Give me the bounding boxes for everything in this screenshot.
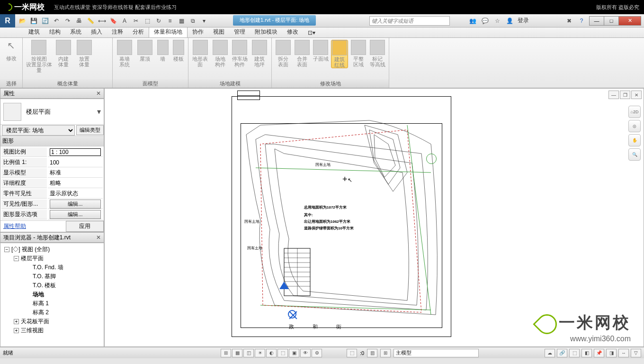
dim-icon[interactable]: ⟷ [97, 16, 107, 26]
properties-help-link[interactable]: 属性帮助 [0, 221, 66, 232]
tree-floorplans[interactable]: −楼层平面 [0, 254, 104, 263]
minimize-view-icon[interactable]: — [608, 91, 619, 99]
select-count-icon[interactable]: ⬚ [347, 349, 357, 357]
login-link[interactable]: 登录 [518, 17, 529, 25]
curtain-system-button[interactable]: 幕墙系统 [116, 40, 134, 67]
tab-modify[interactable]: 修改 [282, 27, 303, 37]
tree-root[interactable]: −[◇] 视图 (全部) [0, 245, 104, 254]
nav-pan-icon[interactable]: ✋ [628, 134, 641, 146]
close-button[interactable]: ✕ [618, 16, 641, 26]
main-model-combo[interactable] [394, 349, 479, 357]
prop-row-detail[interactable]: 详细程度粗略 [1, 179, 103, 188]
wall-button[interactable]: 墙 [156, 40, 170, 62]
vg-edit-button[interactable]: 编辑... [50, 200, 101, 209]
survey-point-icon[interactable] [279, 282, 289, 289]
exchange-icon[interactable]: ✖ [565, 17, 573, 25]
subscription-icon[interactable]: 👥 [468, 17, 477, 25]
tab-analyze[interactable]: 分析 [128, 27, 149, 37]
detail-button[interactable]: ▦ [232, 349, 242, 357]
tab-addins[interactable]: 附加模块 [250, 27, 282, 37]
tree-item[interactable]: T.O. 楼板 [0, 281, 104, 290]
nav-home-icon[interactable]: ⌂2D [628, 106, 641, 118]
undo-icon[interactable]: ↶ [51, 16, 62, 26]
shadow-button[interactable]: ◐ [266, 349, 277, 357]
prop-row-gdo[interactable]: 图形显示选项编辑... [1, 210, 103, 219]
text-icon[interactable]: A [119, 16, 130, 26]
minimize-button[interactable]: — [589, 16, 604, 26]
split-surface-button[interactable]: 拆分表面 [275, 40, 292, 67]
type-selector[interactable]: 楼层平面 ▾ [0, 99, 104, 125]
save-icon[interactable]: 💾 [28, 16, 39, 26]
tab-systems[interactable]: 系统 [65, 27, 86, 37]
select-underlay-icon[interactable]: ◧ [581, 349, 592, 357]
tag-icon[interactable]: 🔖 [108, 16, 118, 26]
tab-view[interactable]: 视图 [208, 27, 229, 37]
edit-type-button[interactable]: 编辑类型 [76, 125, 104, 135]
gdo-edit-button[interactable]: 编辑... [50, 210, 101, 219]
drawing-canvas[interactable]: — ❐ ✕ ⌂2D ◎ ✋ 🔍 [104, 88, 644, 347]
prop-row-scaleval[interactable]: 比例值 1:100 [1, 158, 103, 167]
nav-zoom-icon[interactable]: 🔍 [628, 148, 641, 161]
user-icon[interactable]: 👤 [505, 17, 514, 25]
chevron-down-icon[interactable]: ▾ [97, 107, 101, 116]
filter-status-icon[interactable]: ▽ [631, 349, 641, 357]
view-scale-input[interactable] [50, 148, 101, 156]
tab-structure[interactable]: 结构 [45, 27, 65, 37]
view3d-icon[interactable]: ⬚ [142, 16, 152, 26]
prop-group-graphics[interactable]: 图形 [0, 136, 104, 146]
cloud-icon[interactable]: ☁ [545, 349, 555, 357]
label-contours-button[interactable]: 标记等高线 [369, 40, 386, 67]
redo-icon[interactable]: ↷ [63, 16, 73, 26]
reveal-button[interactable]: ⚙ [312, 349, 322, 357]
tree-3d[interactable]: +三维视图 [0, 326, 104, 335]
scale-button[interactable]: ⊞ [221, 349, 231, 357]
tab-annotate[interactable]: 注释 [107, 27, 128, 37]
prop-row-vg[interactable]: 可见性/图形...编辑... [1, 200, 103, 209]
tab-massing-site[interactable]: 体量和场地 [149, 26, 188, 37]
hide-button[interactable]: 👁 [300, 349, 311, 357]
roof-button[interactable]: 屋顶 [136, 40, 154, 62]
favorite-icon[interactable]: ☆ [493, 17, 501, 25]
maximize-button[interactable]: □ [604, 16, 619, 26]
prop-row-scale[interactable]: 视图比例 [1, 147, 103, 157]
building-pad-button[interactable]: 建筑地坪 [250, 40, 268, 67]
select-pinned-icon[interactable]: 📌 [594, 349, 604, 357]
print-icon[interactable]: 🖶 [74, 16, 84, 26]
close-view-icon[interactable]: ✕ [631, 91, 642, 99]
link-icon[interactable]: 🔗 [557, 349, 567, 357]
section-icon[interactable]: ✂ [131, 16, 141, 26]
tree-ceiling[interactable]: +天花板平面 [0, 317, 104, 326]
close-icon[interactable]: ✕ [96, 90, 101, 97]
tree-item-active[interactable]: 场地 [0, 290, 104, 299]
instance-combo[interactable]: 楼层平面: 场地 [2, 125, 75, 136]
select-links-icon[interactable]: ⬚ [569, 349, 580, 357]
tab-architecture[interactable]: 建筑 [24, 27, 45, 37]
sync2-icon[interactable]: ↻ [153, 16, 164, 26]
switch-windows-icon[interactable]: ⧉ [188, 16, 198, 26]
open-icon[interactable]: 📂 [17, 16, 27, 26]
merge-surface-button[interactable]: 合并表面 [294, 40, 311, 67]
property-line-button[interactable]: 建筑红线 [331, 40, 348, 68]
tab-collaborate[interactable]: 协作 [188, 27, 208, 37]
tree-item[interactable]: 标高 2 [0, 308, 104, 317]
graded-region-button[interactable]: 平整区域 [350, 40, 367, 67]
close-views-icon[interactable]: ▦ [176, 16, 187, 26]
prop-row-parts[interactable]: 零件可见性显示原状态 [1, 189, 103, 199]
tree-item[interactable]: T.O. Fnd. 墙 [0, 263, 104, 272]
project-base-point-icon[interactable] [288, 310, 296, 318]
app-menu-button[interactable]: R [0, 14, 15, 27]
tree-item[interactable]: 标高 1 [0, 299, 104, 308]
inplace-mass-button[interactable]: 内建体量 [54, 40, 73, 67]
tab-overflow-icon[interactable]: ⊡▾ [303, 28, 320, 37]
sync-icon[interactable]: 🔄 [40, 16, 50, 26]
show-mass-button[interactable]: 按视图设置显示体量 [26, 40, 52, 73]
sun-button[interactable]: ☀ [255, 349, 265, 357]
tree-item[interactable]: T.O. 基脚 [0, 272, 104, 281]
crop-show-button[interactable]: ▣ [289, 349, 299, 357]
tab-insert[interactable]: 插入 [86, 27, 107, 37]
close-icon[interactable]: ✕ [96, 234, 101, 241]
properties-header[interactable]: 属性 ✕ [0, 88, 104, 99]
search-input[interactable] [369, 16, 450, 26]
apply-button[interactable]: 应用 [66, 221, 104, 232]
site-component-button[interactable]: 场地构件 [211, 40, 229, 67]
